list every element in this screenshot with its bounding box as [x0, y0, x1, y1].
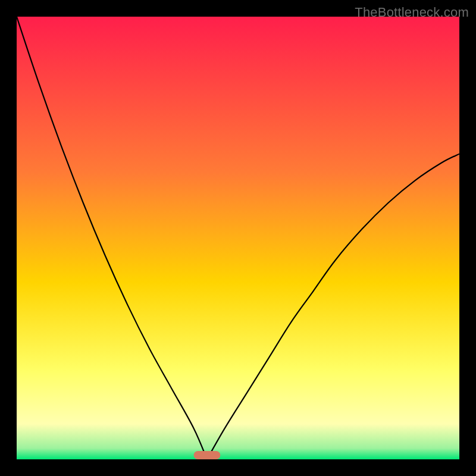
plot-area — [17, 17, 459, 459]
chart-container: TheBottleneck.com — [0, 0, 476, 476]
watermark-text: TheBottleneck.com — [355, 5, 469, 20]
minimum-marker — [194, 451, 221, 459]
gradient-background — [17, 17, 459, 459]
plot-svg — [17, 17, 459, 459]
